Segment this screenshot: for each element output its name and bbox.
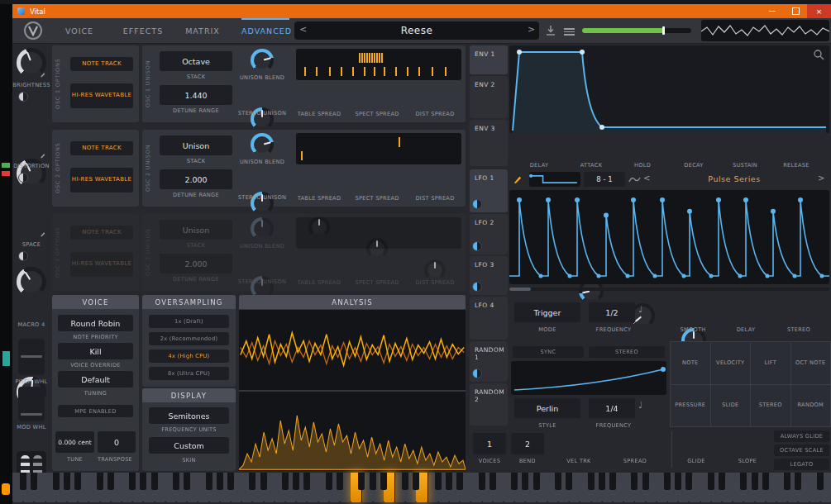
zoom-icon[interactable]: [814, 50, 824, 60]
tab-env-3[interactable]: ENV 3: [470, 120, 508, 166]
mod-source-note[interactable]: NOTE: [671, 342, 710, 384]
skin-select[interactable]: Custom: [149, 437, 229, 454]
piano-key-black[interactable]: [817, 473, 824, 490]
piano-key-black[interactable]: [631, 473, 638, 490]
lfo-mode-select[interactable]: Trigger: [514, 302, 580, 322]
piano-key-black[interactable]: [479, 473, 485, 490]
tune-value[interactable]: 0.000 cent: [55, 431, 94, 453]
oversampling-2x[interactable]: 2x (Recommended): [149, 332, 229, 345]
piano-key-black[interactable]: [708, 473, 714, 490]
piano-key-black[interactable]: [20, 473, 26, 490]
osc2-note-track-button[interactable]: NOTE TRACK: [70, 141, 133, 155]
lfo-preset-name[interactable]: Pulse Series: [655, 174, 814, 183]
osc2-stack-select[interactable]: Unison: [160, 136, 232, 155]
piano-key-black[interactable]: [249, 473, 256, 490]
vital-logo-icon[interactable]: [23, 21, 43, 40]
piano-key-black[interactable]: [795, 473, 801, 490]
piano-key-black[interactable]: [719, 473, 725, 490]
piano-key-black[interactable]: [53, 473, 60, 490]
mod-source-slide[interactable]: SLIDE: [711, 385, 751, 427]
piano-key-black[interactable]: [555, 473, 561, 490]
lfo-grid-steps[interactable]: 8 - 1: [584, 172, 625, 187]
preset-next-arrow[interactable]: >: [528, 24, 535, 35]
macro-edit-icon[interactable]: [40, 231, 46, 237]
piano-key-black[interactable]: [184, 473, 190, 490]
piano-key-black[interactable]: [358, 473, 365, 490]
piano-key-black[interactable]: [675, 473, 681, 490]
piano-key-black[interactable]: [64, 473, 70, 490]
space-knob[interactable]: [17, 267, 46, 297]
osc1-detune-value[interactable]: 1.440: [160, 85, 232, 105]
lfo2-bipolar-icon[interactable]: [472, 241, 482, 251]
always-glide-toggle[interactable]: ALWAYS GLIDE: [774, 430, 829, 442]
piano-key-black[interactable]: [303, 473, 310, 490]
tab-lfo-4[interactable]: LFO 4: [470, 297, 508, 340]
lfo-preset-prev-arrow[interactable]: <: [643, 174, 650, 183]
lfo-preset-next-arrow[interactable]: >: [818, 174, 824, 183]
voices-value[interactable]: 1: [473, 433, 506, 454]
space-bipolar-icon[interactable]: [18, 251, 28, 261]
lfo-scrollbar[interactable]: [509, 288, 829, 291]
piano-key-black[interactable]: [784, 473, 790, 490]
piano-key-black[interactable]: [129, 473, 136, 490]
piano-key-black[interactable]: [326, 473, 332, 490]
osc3-detune-value[interactable]: 2.000: [160, 254, 232, 273]
frequency-units-select[interactable]: Semitones: [149, 407, 229, 424]
piano-key-black[interactable]: [685, 473, 692, 490]
volume-slider[interactable]: [582, 28, 691, 33]
legato-toggle[interactable]: LEGATO: [774, 459, 829, 470]
osc2-detune-value[interactable]: 2.000: [160, 169, 232, 189]
osc1-hires-wavetable-button[interactable]: HI-RES WAVETABLE: [70, 83, 133, 108]
oversampling-8x[interactable]: 8x (Ultra CPU): [149, 367, 229, 380]
transpose-value[interactable]: 0: [98, 431, 136, 453]
osc3-hires-wavetable-button[interactable]: HI-RES WAVETABLE: [70, 252, 133, 277]
pitch-wheel[interactable]: [18, 339, 45, 375]
osc3-note-track-button[interactable]: NOTE TRACK: [70, 226, 133, 240]
macro-edit-icon[interactable]: [40, 71, 46, 78]
osc1-stack-select[interactable]: Octave: [160, 51, 232, 71]
random1-bipolar-icon[interactable]: [472, 368, 482, 378]
random-stereo-button[interactable]: STEREO: [589, 346, 665, 358]
menu-icon[interactable]: [564, 26, 575, 37]
tab-advanced[interactable]: ADVANCED: [241, 26, 289, 36]
tab-voice[interactable]: VOICE: [60, 26, 99, 36]
piano-key-black[interactable]: [337, 473, 343, 490]
piano-keyboard[interactable]: [12, 473, 831, 502]
piano-key-black[interactable]: [227, 473, 234, 490]
piano-key-black[interactable]: [380, 473, 387, 490]
osc1-unison-blend-knob[interactable]: [251, 49, 274, 72]
piano-key-black[interactable]: [642, 473, 649, 490]
piano-key-black[interactable]: [173, 473, 179, 490]
minimize-button[interactable]: [761, 4, 784, 18]
piano-key-black[interactable]: [413, 473, 419, 490]
preset-prev-arrow[interactable]: <: [299, 24, 307, 35]
tempo-sync-note-icon[interactable]: ♩: [638, 304, 642, 315]
lfo-frequency-value[interactable]: 1/2: [589, 302, 635, 322]
mod-source-velocity[interactable]: VELOCITY: [711, 342, 751, 384]
piano-key-black[interactable]: [588, 473, 595, 490]
piano-key-black[interactable]: [522, 473, 528, 490]
distortion-bipolar-icon[interactable]: [18, 173, 28, 183]
maximize-button[interactable]: [784, 4, 807, 18]
piano-key-black[interactable]: [740, 473, 747, 490]
piano-key-black[interactable]: [140, 473, 146, 490]
volume-marker[interactable]: [662, 26, 665, 35]
save-preset-icon[interactable]: [545, 25, 556, 36]
lfo-smooth-icon[interactable]: [628, 174, 641, 184]
piano-key-black[interactable]: [107, 473, 114, 490]
osc3-stack-select[interactable]: Unison: [160, 220, 232, 240]
random-sync-button[interactable]: SYNC: [513, 346, 584, 358]
piano-key-black[interactable]: [31, 473, 37, 490]
piano-key-black[interactable]: [402, 473, 408, 490]
lfo1-bipolar-icon[interactable]: [472, 199, 482, 209]
piano-key-black[interactable]: [511, 473, 518, 490]
envelope-display[interactable]: [509, 45, 829, 133]
mpe-enabled-button[interactable]: MPE ENABLED: [58, 405, 133, 417]
piano-key-black[interactable]: [664, 473, 671, 490]
mod-source-stereo[interactable]: STEREO: [751, 385, 790, 427]
tab-random-2[interactable]: RANDOM 2: [470, 383, 508, 426]
piano-key-black[interactable]: [599, 473, 605, 490]
osc1-note-track-button[interactable]: NOTE TRACK: [70, 57, 133, 71]
mod-wheel[interactable]: [18, 387, 45, 421]
piano-key-black[interactable]: [609, 473, 616, 490]
